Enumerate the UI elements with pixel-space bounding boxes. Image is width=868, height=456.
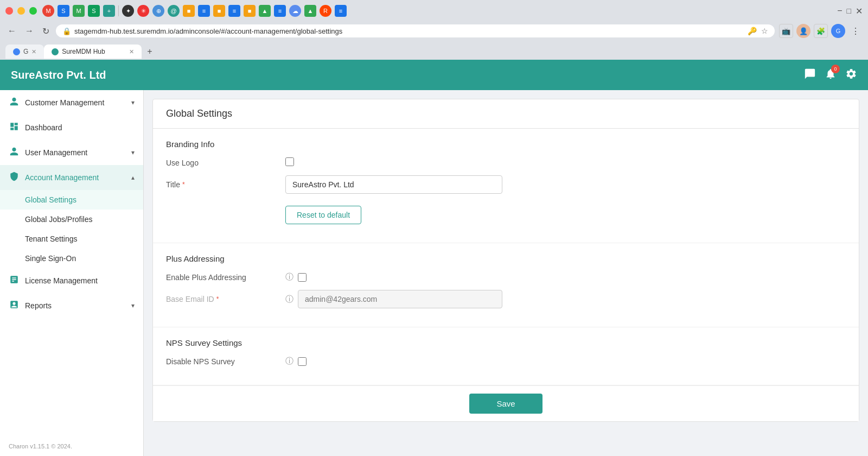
window-controls[interactable] xyxy=(5,7,37,15)
disable-nps-label: Disable NPS Survey xyxy=(166,357,285,366)
docs4-icon[interactable]: ≡ xyxy=(335,5,347,17)
docs-icon[interactable]: ≡ xyxy=(198,5,210,17)
settings-icon[interactable] xyxy=(845,68,857,83)
drive2-icon[interactable]: ▲ xyxy=(304,5,316,17)
sidebar-item-global-settings-label: Global Settings xyxy=(25,195,76,204)
reset-to-default-button[interactable]: Reset to default xyxy=(285,206,361,224)
address-container[interactable]: 🔒 🔑 ☆ xyxy=(56,24,775,37)
close-window-btn[interactable]: ✕ xyxy=(856,6,863,16)
sidebar-item-tenant-settings[interactable]: Tenant Settings xyxy=(0,229,143,249)
sidebar-footer: Charon v1.15.1 © 2024. xyxy=(0,436,143,456)
at-icon[interactable]: @ xyxy=(168,5,180,17)
sidebar-item-license-management[interactable]: License Management xyxy=(0,268,143,293)
ai-icon[interactable]: ✳ xyxy=(137,5,149,17)
sidebar-item-user-mgmt-label: User Management xyxy=(25,148,87,157)
use-logo-row: Use Logo xyxy=(166,157,846,168)
window-minimize-btn[interactable] xyxy=(17,7,25,15)
customer-icon xyxy=(9,97,20,109)
active-tab[interactable]: SureMDM Hub ✕ xyxy=(44,45,142,59)
enable-plus-addressing-row: Enable Plus Addressing ⓘ xyxy=(166,272,846,282)
forward-button[interactable]: → xyxy=(23,25,36,37)
sidebar-item-user-management[interactable]: User Management ▾ xyxy=(0,140,143,165)
tab-close-inactive[interactable]: ✕ xyxy=(31,48,36,55)
sheets-icon[interactable]: S xyxy=(88,5,100,17)
disable-nps-control: ⓘ xyxy=(285,356,502,366)
maps-icon[interactable]: M xyxy=(73,5,85,17)
sidebar-item-reports[interactable]: Reports ▾ xyxy=(0,293,143,318)
browser-addressbar: ← → ↻ 🔒 🔑 ☆ 📺 👤 🧩 G ⋮ xyxy=(0,22,868,40)
tab-favicon-g xyxy=(13,48,20,55)
back-button[interactable]: ← xyxy=(5,25,18,37)
base-email-control: ⓘ xyxy=(285,290,502,308)
base-email-required: * xyxy=(216,295,219,303)
browser-action-icons: 📺 👤 🧩 G ⋮ xyxy=(779,24,863,38)
yellow2-icon[interactable]: ■ xyxy=(213,5,225,17)
restore-window-btn[interactable]: □ xyxy=(847,7,851,15)
profile-avatar[interactable]: 👤 xyxy=(796,24,810,38)
sidebar-item-global-jobs[interactable]: Global Jobs/Profiles xyxy=(0,210,143,229)
sidebar-item-customer-management[interactable]: Customer Management ▾ xyxy=(0,90,143,115)
drive-icon[interactable]: ▲ xyxy=(259,5,271,17)
sidebar-item-single-sign-on[interactable]: Single Sign-On xyxy=(0,249,143,268)
minimize-window-btn[interactable]: − xyxy=(837,6,842,16)
key-icon: 🔑 xyxy=(748,27,757,35)
tool-icon[interactable]: ✦ xyxy=(122,5,134,17)
reload-button[interactable]: ↻ xyxy=(40,25,52,37)
star-icon[interactable]: ☆ xyxy=(761,27,768,35)
new-tab-button[interactable]: + xyxy=(142,45,157,59)
base-email-row: Base Email ID * ⓘ xyxy=(166,290,846,308)
docs3-icon[interactable]: ≡ xyxy=(274,5,286,17)
enable-plus-info-icon[interactable]: ⓘ xyxy=(285,272,293,282)
gmail-icon[interactable]: M xyxy=(42,5,54,17)
page-title: Global Settings xyxy=(166,108,232,119)
sidebar-item-global-settings[interactable]: Global Settings xyxy=(0,190,143,210)
more-options-icon[interactable]: ⋮ xyxy=(848,24,863,38)
reset-row: Reset to default xyxy=(166,201,846,224)
yellow-box-icon[interactable]: ■ xyxy=(183,5,195,17)
nps-info-icon[interactable]: ⓘ xyxy=(285,356,293,366)
notification-icon[interactable]: 0 xyxy=(825,68,837,83)
address-bar[interactable] xyxy=(74,27,744,35)
window-close-btn[interactable] xyxy=(5,7,13,15)
save-button[interactable]: Save xyxy=(469,394,542,414)
header-icons: 0 xyxy=(804,68,857,83)
slides-icon[interactable]: S xyxy=(58,5,69,17)
google-profile-icon[interactable]: G xyxy=(831,24,845,38)
app-icon[interactable]: + xyxy=(103,5,115,17)
extensions-icon[interactable]: 🧩 xyxy=(814,24,828,38)
sidebar-item-reports-label: Reports xyxy=(25,301,52,310)
branding-section: Branding Info Use Logo Title xyxy=(153,129,859,243)
base-email-input[interactable] xyxy=(298,290,502,308)
title-row: Title * xyxy=(166,175,846,194)
title-input[interactable] xyxy=(285,175,502,194)
sidebar-item-account-management[interactable]: Account Management ▴ xyxy=(0,165,143,190)
sidebar-item-global-jobs-label: Global Jobs/Profiles xyxy=(25,215,93,224)
chat-icon[interactable] xyxy=(804,68,816,83)
browser-titlebar: M S M S + ✦ ✳ ⊕ @ ■ ≡ ■ ≡ ■ ▲ ≡ ☁ ▲ R ≡ … xyxy=(0,0,868,22)
sidebar-item-license-label: License Management xyxy=(25,276,98,285)
window-maximize-btn[interactable] xyxy=(29,7,37,15)
cloud-icon[interactable]: ☁ xyxy=(289,5,301,17)
tab-row: G ✕ SureMDM Hub ✕ + xyxy=(0,40,868,59)
enable-plus-control: ⓘ xyxy=(285,272,502,282)
tab-close-active[interactable]: ✕ xyxy=(129,48,134,55)
main-content: Global Settings Branding Info Use Logo xyxy=(144,90,868,456)
compass-icon[interactable]: ⊕ xyxy=(152,5,164,17)
inactive-tab[interactable]: G ✕ xyxy=(5,45,44,59)
address-bar-icons: 🔑 ☆ xyxy=(748,27,768,35)
reddit-icon[interactable]: R xyxy=(320,5,331,17)
disable-nps-checkbox[interactable] xyxy=(298,357,307,366)
sidebar: Customer Management ▾ Dashboard User Man… xyxy=(0,90,144,456)
panel-header: Global Settings xyxy=(153,99,859,129)
docs2-icon[interactable]: ≡ xyxy=(228,5,240,17)
dashboard-icon xyxy=(9,122,20,134)
yellow3-icon[interactable]: ■ xyxy=(244,5,256,17)
sidebar-item-tenant-settings-label: Tenant Settings xyxy=(25,235,78,243)
enable-plus-checkbox[interactable] xyxy=(298,273,307,282)
sidebar-item-dashboard[interactable]: Dashboard xyxy=(0,115,143,140)
notification-badge: 0 xyxy=(831,65,840,73)
use-logo-checkbox[interactable] xyxy=(285,157,294,166)
base-email-info-icon[interactable]: ⓘ xyxy=(285,294,293,305)
cast-icon[interactable]: 📺 xyxy=(779,24,793,38)
use-logo-label: Use Logo xyxy=(166,159,285,167)
